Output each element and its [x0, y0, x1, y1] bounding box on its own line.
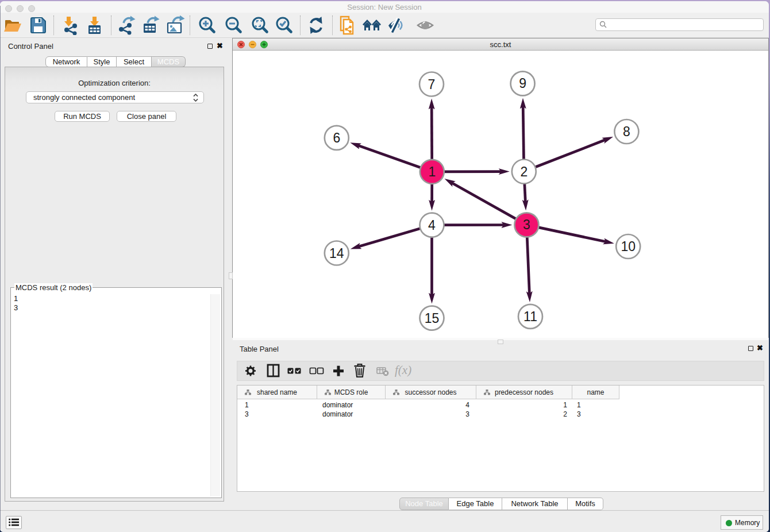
svg-text:2: 2 — [520, 164, 528, 179]
svg-text:14: 14 — [329, 246, 344, 261]
svg-text:11: 11 — [523, 309, 537, 324]
svg-text:7: 7 — [428, 77, 436, 92]
svg-text:4: 4 — [428, 218, 436, 233]
svg-text:9: 9 — [519, 76, 526, 91]
svg-text:10: 10 — [621, 239, 636, 254]
svg-text:3: 3 — [523, 217, 530, 232]
svg-text:8: 8 — [623, 124, 630, 139]
svg-text:1: 1 — [428, 164, 436, 179]
svg-text:15: 15 — [425, 311, 440, 326]
svg-text:6: 6 — [333, 130, 340, 145]
